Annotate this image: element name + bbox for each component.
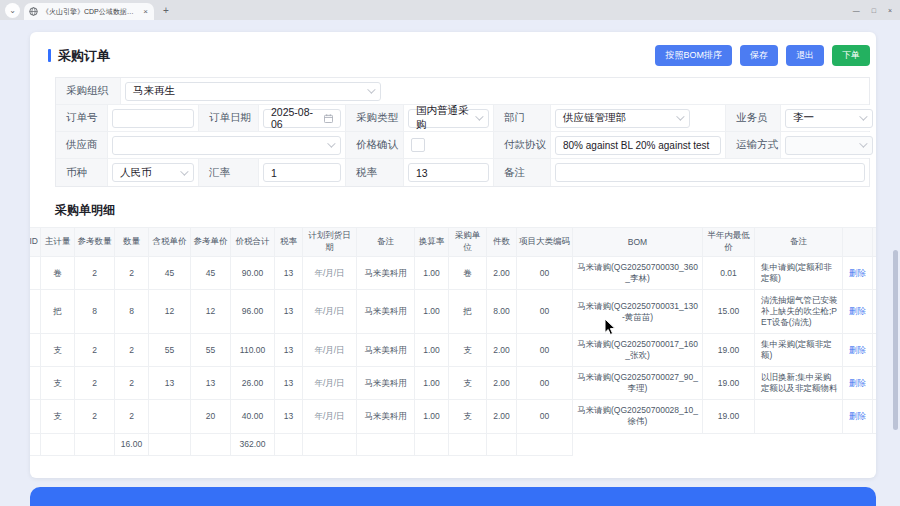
new-tab-button[interactable]: + [163,5,169,16]
maximize-button[interactable]: □ [872,7,876,14]
detail-cell: 15.00 [703,290,755,334]
detail-cell: 马来请购(QG20250700031_130-黄苗苗) [573,290,703,334]
supplier-select[interactable] [112,136,341,155]
action-buttons: 按照BOM排序 保存 退出 下单 [655,45,870,66]
tab-close-icon[interactable]: × [142,7,149,16]
detail-cell: 年/月/日 [303,334,357,367]
delete-cell: 删除 [843,334,873,367]
detail-row: 卷22454590.0013年/月/日马来美科用1.00卷2.0000马来请购(… [30,257,876,290]
minimize-button[interactable]: — [853,7,860,14]
detail-cell: 把 [449,290,487,334]
currency-select[interactable]: 人民币 [112,163,194,182]
department-select[interactable]: 供应链管理部 [555,109,690,128]
exchange-rate-label: 汇率 [199,159,259,186]
detail-cell: 55 [191,334,231,367]
purchase-order-card: 采购订单 按照BOM排序 保存 退出 下单 采购组织 马来再生 [30,32,876,478]
detail-cell: 13 [275,400,303,433]
detail-row: 支22131326.0013年/月/日马来美科用1.00支2.0000马来请购(… [30,367,876,400]
chevron-down-icon [367,85,375,93]
detail-cell: 13 [275,334,303,367]
detail-cell: 2 [75,334,115,367]
globe-favicon-icon [29,7,38,16]
detail-cell: 55 [149,334,191,367]
detail-cell: 13 [275,257,303,290]
detail-cell: 2.00 [487,334,517,367]
transport-select[interactable] [785,136,873,155]
delete-row-link[interactable]: 删除 [849,345,866,355]
price-confirm-checkbox[interactable] [411,138,425,152]
chevron-down-icon [180,167,188,175]
detail-cell: 清洗抽烟气管已安装补上缺失的吹尘枪;PET设备(清洗) [755,290,843,334]
salesperson-select[interactable]: 李一 [785,109,873,128]
detail-cell [30,334,41,367]
detail-cell: 1.00 [415,290,449,334]
chevron-down-icon [859,112,867,120]
submit-order-button[interactable]: 下单 [832,45,870,66]
purchase-type-label: 采购类型 [346,105,404,131]
detail-cell: 2 [75,367,115,400]
detail-cell: 19.00 [703,334,755,367]
detail-cell: 13 [191,367,231,400]
save-button[interactable]: 保存 [740,45,778,66]
detail-cell: 45 [191,257,231,290]
detail-section-title: 采购单明细 [55,202,876,219]
card-header: 采购订单 按照BOM排序 保存 退出 下单 [30,32,876,75]
window-close-button[interactable]: × [888,7,892,14]
detail-cell: 集中请购(定额和非定额) [755,257,843,290]
detail-cell: 1.00 [415,367,449,400]
total-cell [517,433,573,455]
delete-row-link[interactable]: 删除 [849,378,866,388]
detail-cell: 年/月/日 [303,367,357,400]
total-cell [75,433,115,455]
total-cell [487,433,517,455]
detail-cell: 支 [449,367,487,400]
detail-cell: 支 [41,400,75,433]
total-cell [449,433,487,455]
order-no-input[interactable] [112,109,194,128]
scrollbar-thumb[interactable] [893,250,898,430]
detail-cell: 2.00 [487,367,517,400]
purchase-org-select[interactable]: 马来再生 [125,82,381,101]
detail-cell: 45 [149,257,191,290]
detail-cell: 8 [75,290,115,334]
calendar-icon [324,114,333,123]
delete-row-link[interactable]: 删除 [849,306,866,316]
purchase-org-label: 采购组织 [56,78,121,104]
detail-cell [30,257,41,290]
exchange-rate-input[interactable] [263,163,341,182]
column-header: 行ID [30,228,41,257]
detail-cell: 卷 [41,257,75,290]
detail-cell: 马来请购(QG20250700017_160_张欢) [573,334,703,367]
order-date-picker[interactable]: 2025-08-06 [263,109,341,128]
form-row: 采购组织 马来再生 [56,78,869,105]
delete-row-link[interactable]: 删除 [849,268,866,278]
payment-terms-input[interactable] [555,136,721,155]
browser-tab[interactable]: 《火山引擎》CDP公域数据洞察 × [24,3,154,20]
detail-cell: 0.01 [703,257,755,290]
page-title: 采购订单 [58,47,110,65]
detail-cell: 12 [149,290,191,334]
purchase-type-select[interactable]: 国内普通采购 [408,109,489,128]
column-header: 备注 [357,228,415,257]
tax-rate-input[interactable] [408,163,489,182]
total-cell: 16.00 [115,433,149,455]
remark-input[interactable] [555,163,865,182]
total-cell [357,433,415,455]
detail-row: 支225555110.0013年/月/日马来美科用1.00支2.0000马来请购… [30,334,876,367]
detail-cell: 1.00 [415,334,449,367]
form-row: 供应商 价格确认 付款协议 运输方式 [56,132,869,159]
total-cell [303,433,357,455]
sort-by-bom-button[interactable]: 按照BOM排序 [655,45,732,66]
detail-cell: 支 [449,334,487,367]
delete-row-link[interactable]: 删除 [849,411,866,421]
detail-cell: 20 [191,400,231,433]
exit-button[interactable]: 退出 [786,45,824,66]
column-header: 数量 [115,228,149,257]
detail-cell: 2 [115,400,149,433]
detail-cell: 1.00 [415,400,449,433]
detail-cell [149,400,191,433]
transport-label: 运输方式 [726,132,781,158]
tab-list-chevron-button[interactable]: ⌄ [5,3,20,18]
detail-cell: 13 [149,367,191,400]
detail-cell: 110.00 [231,334,275,367]
